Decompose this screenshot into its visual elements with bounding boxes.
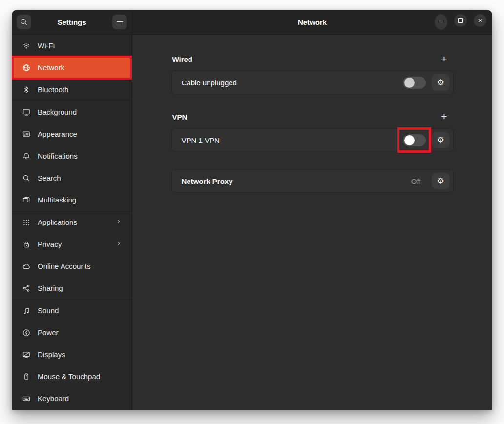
close-button[interactable]: × (474, 14, 486, 27)
sidebar-item-bluetooth[interactable]: Bluetooth (12, 79, 132, 101)
sidebar: Settings Wi-Fi Network (12, 10, 132, 410)
vpn-settings-button[interactable]: ⚙ (432, 132, 450, 148)
menu-button[interactable] (112, 15, 127, 29)
sidebar-item-label: Wi-Fi (38, 41, 122, 50)
sidebar-item-sound[interactable]: Sound (12, 300, 132, 322)
add-wired-button[interactable]: + (438, 53, 451, 65)
network-content: Wired + Cable unplugged ⚙ VPN (132, 35, 492, 410)
mouse-icon (22, 373, 30, 381)
sidebar-item-label: Applications (38, 218, 108, 226)
multitasking-icon (22, 196, 30, 204)
minimize-button[interactable]: – (435, 14, 447, 30)
background-icon (22, 108, 30, 116)
sidebar-item-applications[interactable]: Applications (12, 211, 132, 233)
sidebar-item-label: Sharing (38, 284, 122, 292)
minimize-icon: – (439, 17, 443, 24)
keyboard-icon (22, 395, 30, 403)
sidebar-item-displays[interactable]: Displays (12, 343, 132, 365)
vpn-toggle[interactable] (403, 134, 426, 146)
toggle-knob (404, 135, 415, 145)
wifi-icon (22, 42, 30, 50)
sidebar-item-label: Background (38, 108, 122, 116)
wired-toggle[interactable] (403, 77, 426, 89)
chevron-right-icon (115, 240, 122, 248)
sidebar-item-label: Displays (38, 350, 122, 359)
sidebar-item-label: Sound (38, 306, 122, 315)
sidebar-item-appearance[interactable]: Appearance (12, 123, 132, 145)
gear-icon: ⚙ (437, 176, 444, 186)
sidebar-item-label: Privacy (38, 240, 108, 248)
vpn-row: VPN 1 VPN ⚙ (171, 128, 454, 152)
search-icon (20, 18, 28, 26)
window-controls: – × (435, 14, 486, 30)
wired-settings-button[interactable]: ⚙ (432, 74, 450, 91)
sidebar-item-search[interactable]: Search (12, 167, 132, 189)
toggle-knob (404, 78, 415, 88)
hamburger-icon (117, 20, 123, 25)
sidebar-item-label: Online Accounts (38, 262, 122, 270)
sidebar-item-label: Keyboard (38, 394, 122, 403)
network-proxy-label: Network Proxy (182, 177, 411, 185)
main-panel: Network – × Wired + Cable unplugged (132, 10, 492, 410)
wired-row: Cable unplugged ⚙ (171, 71, 454, 94)
gear-icon: ⚙ (437, 135, 444, 145)
wired-row-label: Cable unplugged (182, 79, 403, 87)
proxy-status: Off (411, 177, 421, 185)
main-headerbar: Network – × (132, 10, 492, 35)
sidebar-item-label: Notifications (38, 152, 122, 160)
sidebar-item-label: Multitasking (38, 196, 122, 204)
sidebar-item-label: Appearance (38, 130, 122, 138)
sidebar-item-sharing[interactable]: Sharing (12, 277, 132, 299)
sidebar-item-online-accounts[interactable]: Online Accounts (12, 255, 132, 277)
share-icon (22, 284, 30, 292)
sidebar-item-label: Network (38, 63, 122, 72)
vpn-row-label: VPN 1 VPN (182, 136, 403, 144)
lock-icon (22, 241, 30, 248)
chevron-right-icon (115, 218, 122, 226)
proxy-settings-button[interactable]: ⚙ (432, 173, 450, 189)
search-icon (22, 174, 30, 182)
appearance-icon (22, 130, 30, 138)
sidebar-headerbar: Settings (12, 10, 132, 35)
wired-section: Wired + Cable unplugged ⚙ (171, 54, 454, 94)
maximize-icon (458, 18, 463, 23)
sidebar-item-label: Power (38, 328, 122, 337)
sidebar-item-notifications[interactable]: Notifications (12, 145, 132, 167)
settings-window: Settings Wi-Fi Network (12, 10, 492, 410)
gear-icon: ⚙ (437, 77, 444, 88)
wired-section-title: Wired (172, 55, 193, 63)
bluetooth-icon (22, 86, 30, 94)
display-icon (22, 351, 30, 359)
network-globe-icon (22, 64, 30, 72)
close-icon: × (478, 17, 482, 24)
sidebar-item-label: Mouse & Touchpad (38, 372, 122, 381)
sidebar-list: Wi-Fi Network Bluetooth (12, 35, 132, 410)
vpn-section-title: VPN (172, 113, 188, 121)
sidebar-item-multitasking[interactable]: Multitasking (12, 189, 132, 211)
network-proxy-row: Network Proxy Off ⚙ (171, 169, 454, 193)
music-note-icon (22, 307, 30, 315)
power-icon (22, 329, 30, 337)
sidebar-item-keyboard[interactable]: Keyboard (12, 387, 132, 409)
search-button[interactable] (17, 15, 31, 29)
sidebar-item-wifi[interactable]: Wi-Fi (12, 35, 132, 57)
sidebar-item-privacy[interactable]: Privacy (12, 233, 132, 255)
sidebar-item-mouse-touchpad[interactable]: Mouse & Touchpad (12, 365, 132, 387)
bell-icon (22, 152, 30, 160)
vpn-section: VPN + VPN 1 VPN ⚙ (171, 112, 454, 152)
sidebar-item-background[interactable]: Background (12, 101, 132, 123)
sidebar-item-label: Bluetooth (38, 85, 122, 94)
sidebar-title: Settings (57, 18, 86, 26)
applications-grid-icon (22, 219, 30, 226)
sidebar-item-label: Search (38, 174, 122, 182)
maximize-button[interactable] (454, 14, 467, 27)
add-vpn-button[interactable]: + (438, 110, 451, 123)
sidebar-item-power[interactable]: Power (12, 322, 132, 343)
sidebar-item-network[interactable]: Network (12, 57, 132, 79)
cloud-icon (22, 262, 30, 270)
